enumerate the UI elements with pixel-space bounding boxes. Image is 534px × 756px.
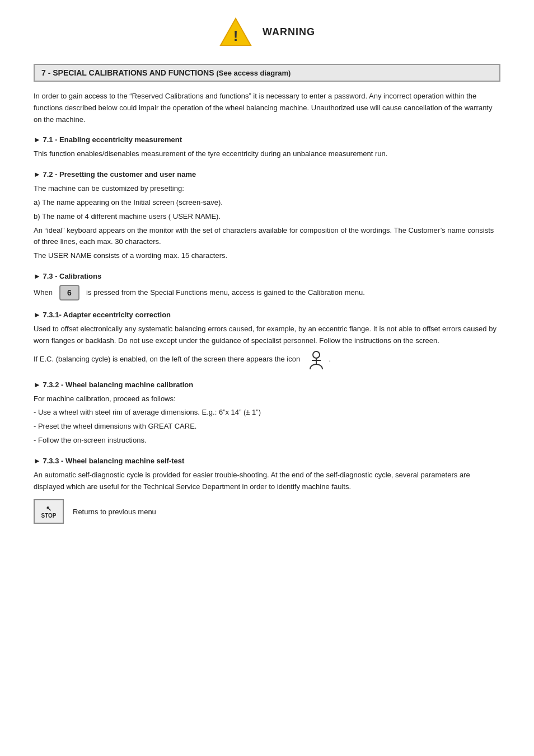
ec-icon xyxy=(306,349,327,370)
section733-body: An automatic self-diagnostic cycle is pr… xyxy=(34,469,500,493)
section732-intro: For machine calibration, proceed as foll… xyxy=(34,393,500,405)
section72-a: a) The name appearing on the Initial scr… xyxy=(34,197,500,209)
section71-body-text: This function enables/disenables measure… xyxy=(34,148,500,160)
calibration-row: When 6 is pressed from the Special Funct… xyxy=(34,285,500,300)
stop-button[interactable]: ↖ STOP xyxy=(34,499,64,524)
section731-body1: Used to offset electronically any system… xyxy=(34,323,500,347)
section731-title: ► 7.3.1- Adapter eccentricity correction xyxy=(34,311,500,319)
when-text: When xyxy=(34,287,53,299)
section732-title: ► 7.3.2 - Wheel balancing machine calibr… xyxy=(34,381,500,389)
section732-item1: - Preset the wheel dimensions with GREAT… xyxy=(34,421,500,433)
stop-arrow-icon: ↖ xyxy=(46,505,51,513)
section73-title: ► 7.3 - Calibrations xyxy=(34,272,500,280)
section71-title: ► 7.1 - Enabling eccentricity measuremen… xyxy=(34,135,500,144)
section732-item0: - Use a wheel with steel rim of average … xyxy=(34,407,500,419)
calibration-description: is pressed from the Special Functions me… xyxy=(86,287,365,299)
section72-d: The USER NAME consists of a wording max.… xyxy=(34,250,500,262)
section72-body: The machine can be customized by presett… xyxy=(34,183,500,262)
section72-intro: The machine can be customized by presett… xyxy=(34,183,500,195)
section72-title: ► 7.2 - Presetting the customer and user… xyxy=(34,170,500,179)
stop-button-container: ↖ STOP Returns to previous menu xyxy=(34,499,500,524)
section73-body: When 6 is pressed from the Special Funct… xyxy=(34,285,500,300)
section72-b: b) The name of 4 different machine users… xyxy=(34,211,500,223)
stop-icon-row: ↖ xyxy=(46,505,51,513)
svg-point-2 xyxy=(313,351,320,358)
warning-label: WARNING xyxy=(263,26,315,38)
section732-body: For machine calibration, proceed as foll… xyxy=(34,393,500,447)
section71-body: This function enables/disenables measure… xyxy=(34,148,500,160)
stop-label: STOP xyxy=(41,513,56,519)
warning-section: ! WARNING xyxy=(34,17,500,47)
section72-c: An “ideal” keyboard appears on the monit… xyxy=(34,225,500,248)
section7-title: 7 - SPECIAL CALIBRATIONS AND FUNCTIONS (… xyxy=(41,68,291,77)
number6-button: 6 xyxy=(59,285,79,300)
section731-body2-text: If E.C. (balancing cycle) is enabled, on… xyxy=(34,355,300,363)
section7-intro: In order to gain access to the “Reserved… xyxy=(34,91,500,125)
svg-text:!: ! xyxy=(233,27,238,44)
section731-body2: If E.C. (balancing cycle) is enabled, on… xyxy=(34,349,500,370)
returns-text: Returns to previous menu xyxy=(73,508,156,516)
section731-body: Used to offset electronically any system… xyxy=(34,323,500,370)
section732-item2: - Follow the on-screen instructions. xyxy=(34,435,500,447)
section733-title: ► 7.3.3 - Wheel balancing machine self-t… xyxy=(34,457,500,465)
section7-box: 7 - SPECIAL CALIBRATIONS AND FUNCTIONS (… xyxy=(34,64,500,82)
section733-body-text: An automatic self-diagnostic cycle is pr… xyxy=(34,469,500,493)
warning-icon: ! xyxy=(219,17,252,47)
